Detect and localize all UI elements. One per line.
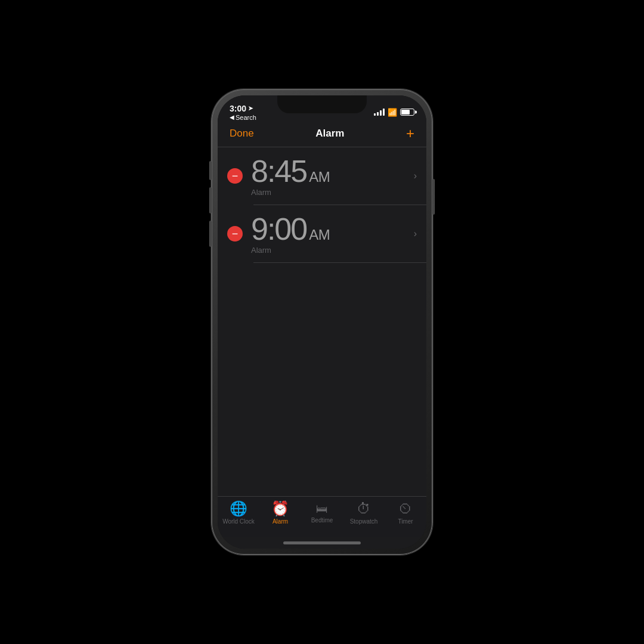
world-clock-label: World Clock: [222, 518, 255, 525]
battery-fill: [401, 110, 410, 114]
alarm-tab-label: Alarm: [273, 518, 288, 525]
notch: [277, 95, 367, 113]
alarm-time-row-2: 9:00 AM: [251, 213, 409, 244]
add-alarm-button[interactable]: +: [406, 126, 414, 141]
alarm-icon: ⏰: [271, 501, 289, 516]
delete-alarm-1-button[interactable]: [227, 168, 243, 184]
tab-stopwatch[interactable]: ⏱ Stopwatch: [346, 501, 382, 525]
status-time: 3:00 ➤: [230, 104, 256, 113]
alarm-label-1: Alarm: [251, 188, 409, 197]
home-indicator-bar: [283, 541, 361, 544]
bedtime-icon: 🛏: [316, 503, 328, 515]
power-button: [432, 179, 435, 215]
tab-timer[interactable]: ⏲ Timer: [388, 501, 423, 525]
delete-alarm-2-button[interactable]: [227, 226, 243, 242]
tab-bedtime[interactable]: 🛏 Bedtime: [304, 503, 340, 524]
tab-items: 🌐 World Clock ⏰ Alarm 🛏 Bedtime ⏱ Stopwa…: [218, 501, 426, 525]
page-title: Alarm: [315, 128, 344, 140]
signal-bar-1: [374, 113, 376, 116]
bedtime-label: Bedtime: [311, 517, 333, 524]
location-arrow-icon: ➤: [248, 105, 253, 112]
home-indicator: [218, 537, 426, 549]
phone-screen: 3:00 ➤ ◀ Search 📶: [218, 95, 426, 549]
volume-down-button: [209, 221, 212, 247]
search-back-label: Search: [236, 114, 256, 121]
status-left: 3:00 ➤ ◀ Search: [230, 104, 256, 121]
tab-bar: 🌐 World Clock ⏰ Alarm 🛏 Bedtime ⏱ Stopwa…: [218, 496, 426, 537]
alarm-time-row-1: 8:45 AM: [251, 156, 409, 187]
world-clock-icon: 🌐: [230, 501, 247, 516]
alarm-period-1: AM: [309, 169, 330, 185]
timer-icon: ⏲: [398, 501, 413, 516]
signal-bar-3: [380, 110, 382, 116]
chevron-right-icon-1: ›: [414, 171, 417, 181]
alarm-time-1: 8:45: [251, 156, 306, 187]
phone-frame: 3:00 ➤ ◀ Search 📶: [212, 89, 432, 555]
side-buttons-right: [432, 179, 435, 215]
volume-up-button: [209, 187, 212, 213]
alarm-label-2: Alarm: [251, 246, 409, 255]
done-button[interactable]: Done: [230, 128, 254, 140]
signal-bar-2: [377, 112, 379, 116]
timer-label: Timer: [398, 518, 413, 525]
signal-bars: [374, 109, 385, 116]
alarm-time-2: 9:00: [251, 213, 306, 244]
side-buttons-left: [209, 161, 212, 247]
alarm-info-1: 8:45 AM Alarm: [251, 156, 409, 197]
back-arrow-icon: ◀: [230, 114, 234, 120]
alarm-row-1[interactable]: 8:45 AM Alarm ›: [218, 147, 426, 205]
alarm-period-2: AM: [309, 227, 330, 243]
mute-button: [209, 161, 212, 180]
tab-alarm[interactable]: ⏰ Alarm: [262, 501, 298, 525]
alarm-list: 8:45 AM Alarm › 9:00 AM: [218, 147, 426, 497]
wifi-icon: 📶: [388, 108, 397, 117]
signal-bar-4: [383, 109, 385, 116]
nav-bar: Done Alarm +: [218, 122, 426, 147]
battery-icon: [400, 109, 414, 116]
alarm-row-2[interactable]: 9:00 AM Alarm ›: [218, 205, 426, 263]
status-right: 📶: [374, 108, 414, 117]
time-display: 3:00: [230, 104, 246, 113]
alarm-info-2: 9:00 AM Alarm: [251, 213, 409, 255]
tab-world-clock[interactable]: 🌐 World Clock: [221, 501, 256, 525]
status-search: ◀ Search: [230, 114, 256, 121]
stopwatch-icon: ⏱: [357, 501, 371, 516]
chevron-right-icon-2: ›: [414, 228, 417, 239]
screen: 3:00 ➤ ◀ Search 📶: [218, 95, 426, 549]
stopwatch-label: Stopwatch: [350, 518, 378, 525]
